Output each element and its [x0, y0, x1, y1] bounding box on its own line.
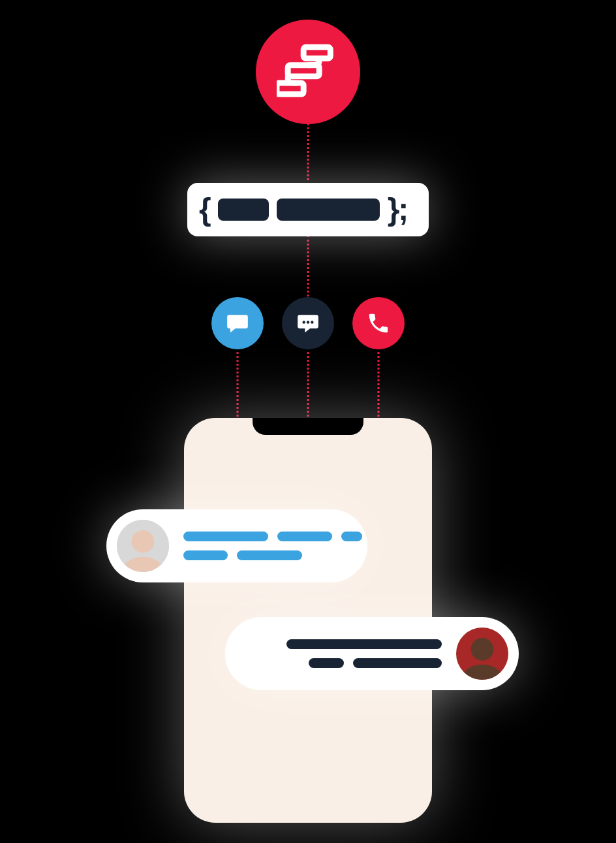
brace-open: {: [199, 194, 210, 225]
chat-bubble: [225, 617, 519, 690]
chat-bubble: [106, 509, 367, 582]
chat-icon: [211, 297, 264, 349]
svg-point-4: [307, 321, 309, 323]
text-line: [183, 550, 228, 560]
connector-line: [307, 123, 309, 185]
text-line: [237, 550, 302, 560]
connector-line: [307, 235, 309, 300]
code-chunk: [218, 199, 269, 221]
phone-notch: [253, 418, 363, 435]
brace-close: };: [388, 194, 408, 225]
code-snippet-bar: {};: [187, 183, 429, 236]
svg-rect-0: [303, 47, 330, 58]
brand-logo-icon: [256, 20, 360, 124]
avatar-person-2: [456, 628, 508, 680]
svg-point-8: [132, 530, 155, 553]
avatar-person-1: [117, 520, 169, 572]
text-line: [286, 639, 442, 649]
phone-icon: [352, 297, 405, 349]
connector-line: [378, 347, 380, 428]
text-line: [341, 532, 362, 541]
connector-line: [307, 347, 309, 428]
svg-point-11: [471, 638, 494, 661]
sms-icon: [282, 297, 334, 349]
channel-row: [211, 297, 405, 349]
text-line: [183, 532, 268, 541]
text-line: [277, 532, 332, 541]
message-lines: [286, 639, 442, 668]
svg-point-5: [311, 321, 313, 323]
text-line: [353, 658, 442, 668]
message-lines: [183, 532, 362, 560]
code-chunk: [277, 199, 380, 221]
text-line: [309, 658, 344, 668]
svg-point-3: [302, 321, 305, 323]
connector-line: [237, 347, 239, 428]
